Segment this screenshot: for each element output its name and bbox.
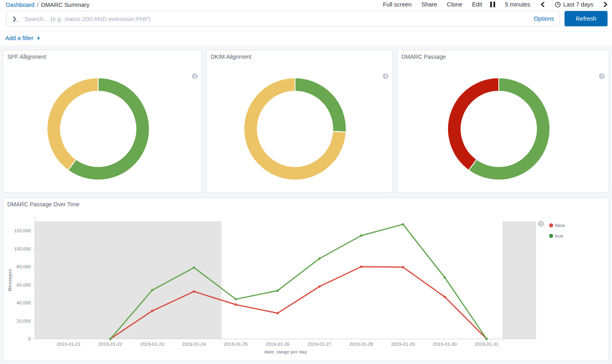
data-point-false[interactable]: [235, 303, 237, 306]
data-point-true[interactable]: [276, 289, 279, 292]
y-tick-label: 20,000: [17, 319, 31, 323]
page-title: DMARC Summary: [41, 2, 89, 8]
refresh-button[interactable]: Refresh: [565, 11, 608, 26]
time-range-forward-icon[interactable]: [603, 2, 608, 7]
x-tick-label: 2019-01-21: [57, 342, 81, 347]
legend-collapse-button[interactable]: [383, 73, 388, 79]
edit-button[interactable]: Edit: [472, 1, 482, 8]
data-point-false[interactable]: [193, 290, 195, 293]
time-filter-endzone: [35, 221, 222, 339]
dkim-donut-chart: [243, 77, 347, 181]
data-point-false[interactable]: [360, 266, 362, 268]
donut-slice-true[interactable]: [295, 78, 346, 132]
clone-button[interactable]: Clone: [447, 1, 462, 8]
filter-bar: Add a filter +: [5, 34, 40, 41]
data-point-true[interactable]: [193, 266, 195, 269]
dashboard-grid: SPF Allignment DKIM Alignment DMARC Pass…: [0, 45, 612, 364]
panel-dkim-alignment: DKIM Alignment: [206, 50, 393, 193]
chart-legend: falsetrue: [538, 221, 565, 241]
time-range-back-icon[interactable]: [540, 2, 545, 7]
data-point-true[interactable]: [235, 298, 237, 300]
y-tick-label: 80,000: [17, 264, 31, 269]
refresh-interval-button[interactable]: 5 minutes: [505, 1, 530, 8]
time-filter-endzone: [502, 221, 536, 339]
x-tick-label: 2019-01-22: [99, 342, 123, 347]
data-point-true[interactable]: [485, 338, 488, 340]
legend-collapse-button[interactable]: [192, 73, 198, 79]
add-filter-plus-icon[interactable]: +: [37, 34, 40, 41]
x-tick-label: 2019-01-26: [266, 342, 290, 347]
share-button[interactable]: Share: [421, 1, 437, 8]
y-tick-label: 40,000: [17, 300, 31, 305]
legend-dot-true: [549, 234, 553, 238]
search-options-link[interactable]: Options: [534, 15, 554, 22]
chevron-left-icon: [194, 75, 196, 78]
x-tick-label: 2019-01-24: [182, 342, 206, 347]
data-point-false[interactable]: [151, 310, 153, 312]
spf-donut-chart: [46, 77, 150, 181]
dmarc-over-time-line-chart: 020,00040,00060,00080,000100,000120,000M…: [3, 198, 609, 361]
data-point-false[interactable]: [276, 312, 279, 315]
legend-dot-false: [549, 223, 553, 227]
donut-slice-false[interactable]: [447, 78, 498, 170]
data-point-false[interactable]: [318, 285, 321, 288]
chevron-right-icon: [540, 222, 543, 226]
x-tick-label: 2019-01-31: [475, 342, 499, 347]
legend-item-false[interactable]: false: [549, 220, 565, 231]
x-tick-label: 2019-01-28: [349, 342, 373, 347]
time-range-label: Last 7 days: [563, 1, 593, 8]
panel-title: DKIM Alignment: [211, 54, 251, 60]
x-tick-label: 2019-01-30: [433, 342, 457, 347]
full-screen-button[interactable]: Full screen: [383, 1, 412, 8]
x-axis-title: date_range per day: [264, 349, 307, 354]
search-box: ❯_ Options: [6, 11, 560, 26]
data-point-false[interactable]: [402, 266, 404, 268]
y-tick-label: 0: [28, 336, 31, 341]
chevron-left-icon: [384, 75, 387, 78]
panel-dmarc-passage: DMARC Passage: [397, 50, 609, 193]
legend-label: false: [555, 223, 565, 228]
data-point-false[interactable]: [444, 296, 446, 298]
legend-collapse-button[interactable]: [599, 73, 605, 79]
search-bar: ❯_ Options Refresh: [6, 11, 608, 26]
legend-label: true: [555, 233, 563, 238]
data-point-true[interactable]: [318, 257, 321, 260]
legend-expand-button[interactable]: [538, 221, 544, 227]
data-point-true[interactable]: [109, 338, 112, 340]
legend-item-true[interactable]: true: [549, 231, 565, 241]
x-tick-label: 2019-01-27: [308, 342, 332, 347]
y-tick-label: 60,000: [17, 283, 31, 287]
query-prompt-icon: ❯_: [12, 16, 19, 22]
panel-title: SPF Allignment: [7, 54, 46, 60]
search-separator: [0, 31, 612, 32]
pause-refresh-icon[interactable]: [490, 2, 495, 7]
y-axis-title: Messages: [7, 269, 12, 291]
data-point-true[interactable]: [444, 276, 446, 279]
breadcrumb: Dashboard/DMARC Summary: [6, 2, 89, 8]
data-point-true[interactable]: [402, 223, 404, 225]
donut-slice-false[interactable]: [47, 78, 98, 170]
panel-dmarc-passage-over-time: 020,00040,00060,00080,000100,000120,000M…: [3, 197, 609, 361]
clock-icon: [555, 2, 561, 8]
top-navbar: Dashboard/DMARC Summary Full screen Shar…: [0, 0, 612, 11]
nav-menu: Full screen Share Clone Edit 5 minutes L…: [383, 1, 608, 8]
x-tick-label: 2019-01-29: [391, 342, 415, 347]
x-tick-label: 2019-01-25: [224, 342, 248, 347]
chevron-left-icon: [601, 75, 603, 78]
data-point-true[interactable]: [151, 289, 153, 291]
time-picker-button[interactable]: Last 7 days: [555, 1, 593, 8]
y-tick-label: 120,000: [14, 228, 31, 233]
breadcrumb-separator: /: [37, 2, 39, 8]
panel-spf-alignment: SPF Allignment: [3, 50, 202, 193]
panel-title: DMARC Passage: [401, 54, 446, 60]
breadcrumb-dashboard-link[interactable]: Dashboard: [6, 2, 34, 8]
data-point-true[interactable]: [360, 234, 362, 237]
x-tick-label: 2019-01-23: [140, 342, 164, 347]
panel-title: DMARC Passage Over Time: [7, 201, 80, 208]
dmarc-donut-chart: [447, 77, 551, 181]
add-filter-link[interactable]: Add a filter: [5, 35, 33, 41]
y-tick-label: 100,000: [14, 246, 31, 251]
search-input[interactable]: [24, 15, 530, 23]
